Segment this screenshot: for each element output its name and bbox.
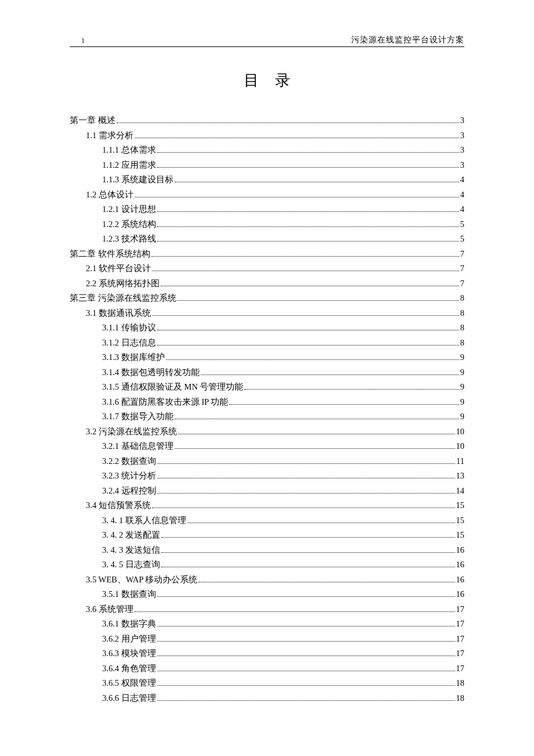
toc-entry: 3.6.3 模块管理17 <box>70 649 464 658</box>
toc-leader-dots <box>157 226 459 227</box>
toc-page-number: 3 <box>460 116 464 125</box>
toc-page-number: 17 <box>456 605 465 614</box>
toc-entry: 3.2 污染源在线监控系统10 <box>70 427 464 436</box>
table-of-contents: 第一章 概述31.1 需求分析31.1.1 总体需求31.1.2 应用需求31.… <box>70 116 464 703</box>
toc-label: 1.2 总体设计 <box>86 190 134 199</box>
toc-entry: 3.6.2 用户管理17 <box>70 635 464 643</box>
toc-page-number: 4 <box>460 175 464 184</box>
toc-entry: 3.1.5 通信权限验证及 MN 号管理功能9 <box>70 383 464 391</box>
toc-page-number: 10 <box>456 442 465 451</box>
toc-entry: 3.1.4 数据包透明转发功能9 <box>70 368 464 377</box>
toc-page-number: 8 <box>460 294 464 303</box>
toc-entry: 3.6.4 角色管理17 <box>70 664 464 673</box>
toc-page-number: 16 <box>456 575 465 584</box>
toc-entry: 3.1.2 日志信息8 <box>70 339 464 347</box>
toc-label: 第三章 污染源在线监控系统 <box>70 294 176 303</box>
toc-entry: 3.1.3 数据库维护9 <box>70 353 464 362</box>
toc-entry: 2.2 系统网络拓扑图7 <box>70 279 464 288</box>
toc-page-number: 17 <box>456 620 465 628</box>
toc-page-number: 3 <box>460 146 464 154</box>
toc-entry: 第三章 污染源在线监控系统8 <box>70 294 464 303</box>
toc-label: 3.6.3 模块管理 <box>102 649 156 658</box>
toc-page-number: 15 <box>456 501 465 510</box>
toc-entry: 3.1.6 配置防黑客攻击来源 IP 功能9 <box>70 398 464 406</box>
toc-entry: 1.2.2 系统结构5 <box>70 220 464 229</box>
toc-label: 3.5 WEB、WAP 移动办公系统 <box>86 575 197 584</box>
toc-leader-dots <box>187 523 455 523</box>
toc-page-number: 5 <box>460 235 464 243</box>
toc-label: 1.1 需求分析 <box>86 131 134 140</box>
toc-leader-dots <box>157 656 455 656</box>
document-header-title: 污染源在线监控平台设计方案 <box>351 35 464 45</box>
toc-label: 3.1.3 数据库维护 <box>102 353 165 362</box>
page-header: 1 污染源在线监控平台设计方案 <box>70 35 464 47</box>
toc-label: 2.1 软件平台设计 <box>86 264 151 273</box>
toc-label: 3.2.4 远程控制 <box>102 487 156 495</box>
toc-leader-dots <box>152 507 455 508</box>
toc-entry: 3.5.1 数据查询16 <box>70 590 464 599</box>
toc-label: 3.2.1 基础信息管理 <box>102 442 174 451</box>
toc-label: 3.1.5 通信权限验证及 MN 号管理功能 <box>102 383 243 391</box>
toc-entry: 3.6.5 权限管理18 <box>70 679 464 687</box>
toc-entry: 3.4 短信预警系统15 <box>70 501 464 510</box>
toc-main-title: 目录 <box>70 70 464 91</box>
toc-leader-dots <box>161 567 455 567</box>
toc-label: 3.1.2 日志信息 <box>102 339 156 347</box>
toc-page-number: 14 <box>456 487 465 495</box>
toc-leader-dots <box>157 478 455 478</box>
toc-leader-dots <box>161 552 455 553</box>
toc-label: 3. 4. 5 日志查询 <box>102 560 160 569</box>
toc-page-number: 3 <box>460 131 464 140</box>
toc-label: 1.2.3 技术路线 <box>102 235 156 243</box>
toc-leader-dots <box>117 123 459 123</box>
document-page: 1 污染源在线监控平台设计方案 目录 第一章 概述31.1 需求分析31.1.1… <box>0 0 534 743</box>
toc-leader-dots <box>175 448 455 449</box>
toc-entry: 3. 4. 5 日志查询16 <box>70 560 464 569</box>
toc-label: 3.1.6 配置防黑客攻击来源 IP 功能 <box>102 398 228 406</box>
toc-page-number: 7 <box>460 264 464 273</box>
toc-entry: 1.1.1 总体需求3 <box>70 146 464 154</box>
toc-leader-dots <box>152 271 459 271</box>
toc-label: 3.1.1 传输协议 <box>102 323 156 332</box>
toc-page-number: 15 <box>456 531 465 539</box>
toc-label: 3.1.4 数据包透明转发功能 <box>102 368 200 377</box>
toc-label: 第二章 软件系统结构 <box>70 250 150 258</box>
toc-leader-dots <box>157 167 459 168</box>
toc-entry: 3.2.1 基础信息管理10 <box>70 442 464 451</box>
toc-page-number: 17 <box>456 664 465 673</box>
toc-leader-dots <box>178 300 459 301</box>
toc-page-number: 16 <box>456 560 465 569</box>
toc-leader-dots <box>157 241 459 242</box>
toc-page-number: 9 <box>460 383 464 391</box>
toc-leader-dots <box>135 611 455 612</box>
toc-page-number: 11 <box>456 457 464 466</box>
toc-leader-dots <box>157 641 455 642</box>
toc-entry: 3.1.1 传输协议8 <box>70 323 464 332</box>
toc-page-number: 10 <box>456 427 465 436</box>
toc-label: 1.2.2 系统结构 <box>102 220 156 229</box>
page-number: 1 <box>70 37 85 45</box>
toc-entry: 3.2.3 统计分析13 <box>70 471 464 480</box>
toc-label: 1.1.3 系统建设目标 <box>102 175 174 184</box>
toc-entry: 3.2.2 数据查询11 <box>70 457 464 466</box>
toc-leader-dots <box>157 211 459 212</box>
toc-entry: 1.1.2 应用需求3 <box>70 161 464 170</box>
toc-page-number: 4 <box>460 190 464 199</box>
toc-entry: 3. 4. 1 联系人信息管理15 <box>70 516 464 525</box>
toc-leader-dots <box>161 286 459 286</box>
toc-page-number: 9 <box>460 353 464 362</box>
toc-entry: 3.6.6 日志管理18 <box>70 694 464 703</box>
toc-leader-dots <box>135 138 459 138</box>
toc-page-number: 18 <box>456 679 465 687</box>
toc-page-number: 17 <box>456 649 465 658</box>
toc-leader-dots <box>157 685 455 686</box>
toc-label: 3.5.1 数据查询 <box>102 590 156 599</box>
toc-label: 3.2.2 数据查询 <box>102 457 156 466</box>
toc-label: 3.1.7 数据导入功能 <box>102 412 174 421</box>
toc-entry: 1.2 总体设计4 <box>70 190 464 199</box>
toc-entry: 3.1 数据通讯系统8 <box>70 309 464 318</box>
toc-leader-dots <box>152 315 459 316</box>
toc-leader-dots <box>157 463 455 464</box>
toc-leader-dots <box>157 626 455 627</box>
toc-page-number: 8 <box>460 339 464 347</box>
